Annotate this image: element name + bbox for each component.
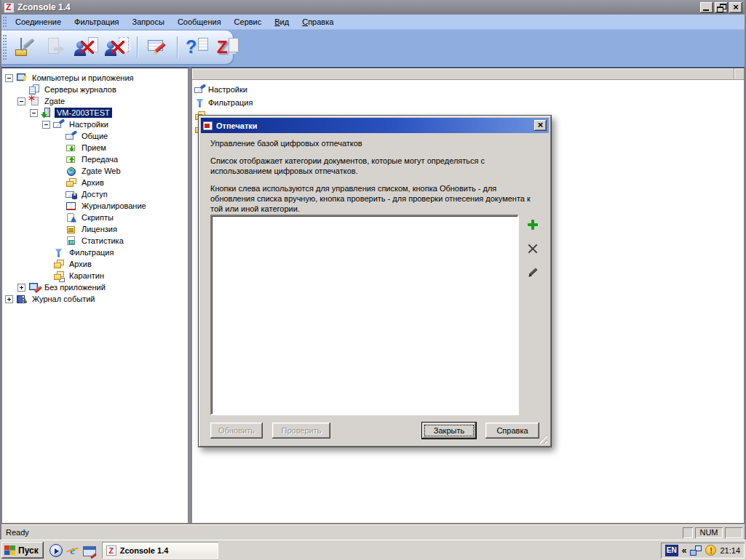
status-text: Ready: [6, 528, 680, 537]
close-button[interactable]: [729, 2, 742, 13]
expand-icon[interactable]: [5, 295, 13, 303]
tree-item[interactable]: Передача: [5, 153, 188, 165]
list-item[interactable]: Фильтрация: [192, 96, 744, 109]
tree-item[interactable]: Компьютеры и приложения: [5, 72, 188, 84]
configure-connection-icon: [13, 36, 38, 58]
quick-launch: e: [49, 544, 96, 557]
dialog-icon: [203, 121, 213, 130]
tree-item[interactable]: Журнал событий: [5, 293, 188, 305]
language-indicator[interactable]: EN: [665, 545, 678, 556]
app-icon: [4, 2, 15, 13]
delete-button[interactable]: [525, 241, 540, 256]
help-button[interactable]: Справка: [485, 423, 539, 439]
menu-item[interactable]: Фильтрация: [68, 15, 125, 29]
status-bar: Ready NUM: [1, 524, 745, 540]
server-vm-icon: [41, 108, 52, 119]
resize-grip[interactable]: [539, 435, 547, 444]
close-dialog-button[interactable]: Закрыть: [422, 423, 476, 439]
list-header: [192, 68, 744, 80]
tree-item-label: Без приложений: [42, 282, 108, 292]
tree-item-label: Общие: [79, 131, 110, 141]
journal-icon: [66, 201, 77, 212]
tree-item[interactable]: Прием: [5, 142, 188, 153]
help-icon: [185, 36, 210, 58]
disconnect-all-button[interactable]: [103, 35, 131, 60]
tree-item[interactable]: Журналирование: [5, 200, 188, 212]
collapse-icon[interactable]: [30, 109, 38, 117]
start-button[interactable]: Пуск: [1, 542, 44, 559]
tree-item-label: VM-2003TEST: [55, 108, 112, 118]
web-icon: [66, 166, 77, 177]
tree-item[interactable]: Скрипты: [5, 212, 188, 223]
internet-explorer-icon[interactable]: e: [66, 544, 79, 557]
dialog-fingerprints: Отпечатки Управление базой цифровых отпе…: [198, 115, 552, 447]
tree-item[interactable]: Zgate: [5, 95, 188, 107]
menu-item[interactable]: Сообщения: [171, 15, 228, 29]
tree-item[interactable]: VM-2003TEST: [5, 107, 188, 119]
tree-item[interactable]: Настройки: [5, 119, 188, 130]
toolbar-grip[interactable]: [3, 35, 7, 60]
restore-button[interactable]: [715, 2, 728, 13]
menu-item[interactable]: Справка: [295, 15, 340, 29]
menubar-grip[interactable]: [3, 17, 7, 27]
minimize-button[interactable]: [700, 2, 713, 13]
tree-item[interactable]: Лицензия: [5, 223, 188, 235]
edit-button[interactable]: [525, 265, 540, 280]
zgate-log-button[interactable]: [214, 35, 242, 60]
tree-item[interactable]: Архив: [5, 258, 188, 270]
security-shield-icon[interactable]: !: [705, 545, 716, 556]
title-bar[interactable]: Zconsole 1.4: [1, 0, 745, 15]
taskbar-app-label: Zconsole 1.4: [120, 546, 169, 555]
dialog-close-button[interactable]: [534, 120, 547, 131]
menu-item[interactable]: Вид: [268, 15, 295, 29]
license-icon: [66, 224, 77, 235]
show-desktop-icon[interactable]: [83, 546, 96, 556]
refresh-button: Обновить: [210, 423, 263, 439]
tree-item[interactable]: Без приложений: [5, 281, 188, 293]
collapse-icon[interactable]: [5, 74, 13, 82]
check-button: Проверить: [272, 423, 330, 439]
dialog-text-3: Кнопки слева используются для управления…: [210, 183, 539, 214]
folders-icon: [66, 177, 77, 188]
network-icon[interactable]: [690, 545, 702, 556]
tree-item[interactable]: Карантин: [5, 270, 188, 281]
media-player-icon[interactable]: [49, 544, 63, 557]
dialog-title-bar[interactable]: Отпечатки: [201, 118, 549, 133]
tray-chevron[interactable]: «: [682, 545, 687, 556]
tree-item[interactable]: Общие: [5, 130, 188, 142]
menu-item[interactable]: Соединение: [9, 15, 68, 29]
settings-icon: [194, 84, 206, 95]
menu-item[interactable]: Сервис: [228, 15, 269, 29]
expand-icon[interactable]: [17, 284, 25, 292]
tree-item[interactable]: Доступ: [5, 188, 188, 200]
mail-recv-icon: [66, 143, 77, 153]
tree-item[interactable]: Статистика: [5, 235, 188, 247]
notes-edit-button[interactable]: [143, 35, 171, 60]
tree-item-label: Скрипты: [79, 212, 116, 223]
tree-item-label: Доступ: [79, 189, 110, 199]
collapse-icon[interactable]: [42, 121, 50, 129]
configure-connection-button[interactable]: [12, 35, 39, 60]
tree-item-label: Серверы журналов: [42, 84, 119, 95]
tree-item[interactable]: Архив: [5, 177, 188, 188]
tree-item[interactable]: Фильтрация: [5, 247, 188, 258]
app-window: Zconsole 1.4 СоединениеФильтрацияЗапросы…: [0, 0, 746, 540]
disconnect-user-button[interactable]: [73, 35, 100, 60]
fingerprint-list[interactable]: [210, 215, 519, 415]
collapse-icon[interactable]: [17, 97, 25, 105]
window-title: Zconsole 1.4: [17, 2, 697, 12]
tree-item-label: Фильтрация: [67, 247, 116, 257]
start-label: Пуск: [18, 545, 39, 556]
help-button[interactable]: [183, 35, 211, 60]
scripts-icon: [66, 212, 77, 223]
toolbar-separator: [177, 36, 178, 58]
menu-item[interactable]: Запросы: [126, 15, 171, 29]
add-button[interactable]: [525, 217, 540, 232]
tree-item[interactable]: Zgate Web: [5, 165, 188, 177]
list-item[interactable]: Настройки: [192, 83, 744, 96]
taskbar-clock: 21:14: [720, 546, 740, 555]
taskbar-app-button[interactable]: Zconsole 1.4: [102, 542, 218, 559]
list-header-end: [734, 68, 744, 79]
filter-icon: [53, 247, 65, 258]
folders-icon: [53, 259, 65, 270]
